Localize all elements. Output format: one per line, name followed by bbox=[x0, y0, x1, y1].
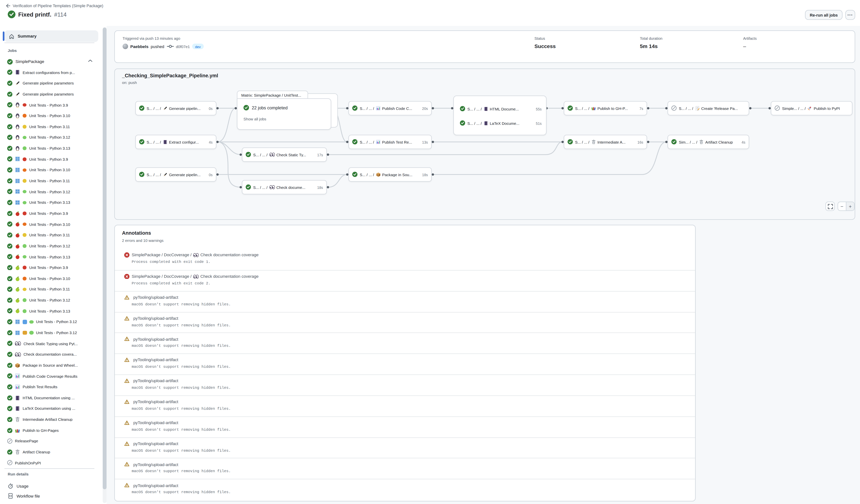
sidebar-job-item[interactable]: Unit Tests - Python 3.10 bbox=[0, 219, 102, 230]
sidebar-job-item[interactable]: Generate pipeline parameters bbox=[0, 78, 102, 89]
sidebar-job-item[interactable]: Unit Tests - Python 3.9 bbox=[0, 208, 102, 219]
sidebar-job-item[interactable]: Artifact Cleanup bbox=[0, 447, 102, 458]
book-icon bbox=[484, 121, 488, 126]
annotation-title[interactable]: pyTooling/upload-artifact bbox=[133, 441, 178, 446]
commit-sha[interactable]: d0f07e1 bbox=[176, 45, 190, 48]
graph-node-latex-doc[interactable]: S... / ... /LaTeX Docume... 51s bbox=[460, 119, 542, 127]
annotation-row[interactable]: pyTooling/upload-artifact macOS doesn't … bbox=[115, 291, 695, 312]
annotation-title[interactable]: pyTooling/upload-artifact bbox=[133, 295, 178, 300]
sidebar-job-item[interactable]: Unit Tests - Python 3.13 bbox=[0, 197, 102, 208]
annotation-title[interactable]: Check documentation coverage bbox=[200, 253, 259, 258]
success-icon bbox=[352, 139, 358, 145]
sidebar-job-item[interactable]: Unit Tests - Python 3.13 bbox=[0, 143, 102, 154]
sidebar-job-item[interactable]: PublishOnPyPI bbox=[0, 458, 102, 468]
annotation-row[interactable]: pyTooling/upload-artifact macOS doesn't … bbox=[115, 437, 695, 458]
annotation-title[interactable]: pyTooling/upload-artifact bbox=[133, 378, 178, 384]
sidebar-job-item[interactable]: Publish Test Results bbox=[0, 381, 102, 392]
matrix-card[interactable]: 22 jobs completed Show all jobs bbox=[237, 98, 331, 130]
annotation-title[interactable]: pyTooling/upload-artifact bbox=[133, 462, 178, 467]
sidebar-item-workflow-file[interactable]: Workflow file bbox=[0, 491, 102, 501]
annotation-title[interactable]: pyTooling/upload-artifact bbox=[133, 337, 178, 342]
sidebar-job-item[interactable]: Unit Tests - Python 3.13 bbox=[0, 251, 102, 262]
annotation-row[interactable]: SimplePackage / DocCoverage / Check docu… bbox=[115, 249, 695, 270]
annotation-row[interactable]: pyTooling/upload-artifact macOS doesn't … bbox=[115, 395, 695, 416]
sidebar-job-item[interactable]: Check documentation covera... bbox=[0, 349, 102, 360]
sidebar-job-item[interactable]: Unit Tests - Python 3.9 bbox=[0, 154, 102, 164]
sidebar-job-item[interactable]: Unit Tests - Python 3.11 bbox=[0, 284, 102, 295]
sidebar-job-item[interactable]: ReleasePage bbox=[0, 436, 102, 447]
graph-node-publish-coverage[interactable]: S... / ... /Publish Code C... 20s bbox=[348, 101, 432, 115]
annotation-title[interactable]: pyTooling/upload-artifact bbox=[133, 399, 178, 404]
zoom-in-button[interactable]: + bbox=[846, 202, 854, 211]
sidebar-job-item[interactable]: Unit Tests - Python 3.12 bbox=[0, 295, 102, 305]
sidebar-job-item[interactable]: Intermediate Artifact Cleanup bbox=[0, 414, 102, 425]
sidebar-item-summary[interactable]: Summary bbox=[4, 30, 98, 42]
graph-node-html-doc[interactable]: S... / ... /HTML Docume... 55s bbox=[460, 105, 542, 113]
graph-fullscreen-button[interactable] bbox=[826, 202, 835, 211]
sidebar-job-item[interactable]: Unit Tests - Python 3.11 bbox=[0, 175, 102, 186]
annotation-row[interactable]: pyTooling/upload-artifact macOS doesn't … bbox=[115, 416, 695, 437]
chevron-up-icon[interactable] bbox=[88, 59, 93, 62]
avatar[interactable] bbox=[123, 44, 128, 49]
sidebar-job-item[interactable]: Check Static Typing using Pyt... bbox=[0, 338, 102, 349]
graph-node-publish-pypi[interactable]: Simple... / ... /Publish to PyPI bbox=[771, 101, 852, 115]
sidebar-job-item[interactable]: Unit Tests - Python 3.11 bbox=[0, 230, 102, 241]
sidebar-item-usage[interactable]: Usage bbox=[0, 481, 102, 491]
sidebar-job-item[interactable]: Unit Tests - Python 3.13 bbox=[0, 305, 102, 316]
graph-node-generate-1[interactable]: S... / ... /Generate pipelin... 0s bbox=[135, 101, 216, 115]
annotation-row[interactable]: pyTooling/upload-artifact macOS doesn't … bbox=[115, 354, 695, 375]
sidebar-job-item[interactable]: Unit Tests - Python 3.12 bbox=[0, 327, 102, 338]
sidebar-job-item[interactable]: Unit Tests - Python 3.9 bbox=[0, 262, 102, 273]
zoom-out-button[interactable]: − bbox=[838, 202, 846, 211]
annotation-title[interactable]: pyTooling/upload-artifact bbox=[133, 316, 178, 321]
branch-badge[interactable]: dev bbox=[192, 44, 204, 49]
sidebar-job-item[interactable]: Unit Tests - Python 3.12 bbox=[0, 132, 102, 143]
graph-node-check-static-typing[interactable]: S... / ... /Check Static Ty... 17s bbox=[242, 147, 327, 162]
graph-node-publish-test-results[interactable]: S... / ... /Publish Test Re... 13s bbox=[348, 135, 432, 149]
annotation-row[interactable]: pyTooling/upload-artifact macOS doesn't … bbox=[115, 479, 695, 500]
sidebar-job-item[interactable]: Unit Tests - Python 3.10 bbox=[0, 164, 102, 175]
sidebar-job-item[interactable]: Unit Tests - Python 3.12 bbox=[0, 241, 102, 251]
annotation-title[interactable]: pyTooling/upload-artifact bbox=[133, 358, 178, 362]
annotation-row[interactable]: pyTooling/upload-artifact macOS doesn't … bbox=[115, 374, 695, 395]
sidebar-job-item[interactable]: Unit Tests - Python 3.10 bbox=[0, 273, 102, 284]
sidebar-job-item[interactable]: Generate pipeline parameters bbox=[0, 89, 102, 100]
graph-node-check-doc-coverage[interactable]: S... / ... /Check docume... 18s bbox=[242, 180, 327, 195]
sidebar-job-item[interactable]: Extract configurations from p... bbox=[0, 67, 102, 78]
graph-node-extract-config[interactable]: S... / ... /Extract configur... 4s bbox=[135, 135, 216, 149]
annotation-message: macOS doesn't support removing hidden fi… bbox=[132, 323, 690, 327]
success-icon bbox=[7, 449, 13, 455]
graph-node-release-page[interactable]: S... / ... /Create 'Release Pa... bbox=[668, 101, 749, 115]
graph-node-artifact-cleanup[interactable]: Sim... / ... /Artifact Cleanup 4s bbox=[668, 135, 749, 149]
sidebar-scrollbar-thumb[interactable] bbox=[102, 28, 106, 489]
annotation-row[interactable]: pyTooling/upload-artifact macOS doesn't … bbox=[115, 333, 695, 354]
annotation-row[interactable]: pyTooling/upload-artifact macOS doesn't … bbox=[115, 458, 695, 479]
sidebar-job-item[interactable]: Unit Tests - Python 3.12 bbox=[0, 316, 102, 327]
show-all-jobs-link[interactable]: Show all jobs bbox=[243, 117, 266, 121]
graph-node-intermediate-cleanup[interactable]: S... / ... /Intermediate A... 16s bbox=[564, 135, 647, 149]
annotation-title[interactable]: Check documentation coverage bbox=[200, 274, 259, 279]
sidebar-job-item[interactable]: LaTeX Documentation using ... bbox=[0, 403, 102, 414]
sidebar-job-item[interactable]: Publish to GH-Pages bbox=[0, 425, 102, 436]
graph-node-generate-2[interactable]: S... / ... /Generate pipelin... 0s bbox=[135, 167, 216, 182]
sidebar-job-item[interactable]: Publish Code Coverage Results bbox=[0, 371, 102, 381]
annotation-row[interactable]: pyTooling/upload-artifact macOS doesn't … bbox=[115, 312, 695, 333]
sidebar-job-item[interactable]: Package in Source and Wheel... bbox=[0, 360, 102, 371]
back-link[interactable]: Verification of Pipeline Templates (Simp… bbox=[5, 3, 103, 8]
sidebar-job-item[interactable]: Unit Tests - Python 3.9 bbox=[0, 100, 102, 111]
kebab-menu-button[interactable]: ••• bbox=[845, 10, 855, 20]
annotation-row[interactable]: SimplePackage / DocCoverage / Check docu… bbox=[115, 270, 695, 291]
rerun-all-jobs-button[interactable]: Re-run all jobs bbox=[805, 10, 843, 20]
sidebar-job-item[interactable]: HTML Documentation using ... bbox=[0, 392, 102, 403]
matrix-tab[interactable]: Matrix: SimplePackage / UnitTest... bbox=[237, 90, 308, 99]
sidebar-group-simplepackage[interactable]: SimplePackage bbox=[7, 57, 96, 66]
sidebar-job-item[interactable]: Unit Tests - Python 3.11 bbox=[0, 121, 102, 132]
graph-node-package-source-wheel[interactable]: S... / ... /Package in Sou... 18s bbox=[348, 167, 432, 182]
annotation-title[interactable]: pyTooling/upload-artifact bbox=[133, 420, 178, 425]
graph-node-gh-pages[interactable]: S... / ... /Publish to GH-P... 7s bbox=[564, 101, 647, 115]
job-label: Unit Tests - Python 3.13 bbox=[29, 309, 70, 313]
sidebar-job-item[interactable]: Unit Tests - Python 3.10 bbox=[0, 111, 102, 121]
sidebar-job-item[interactable]: Unit Tests - Python 3.12 bbox=[0, 186, 102, 197]
actor-name[interactable]: Paebbels bbox=[130, 44, 148, 49]
annotation-title[interactable]: pyTooling/upload-artifact bbox=[133, 483, 178, 488]
